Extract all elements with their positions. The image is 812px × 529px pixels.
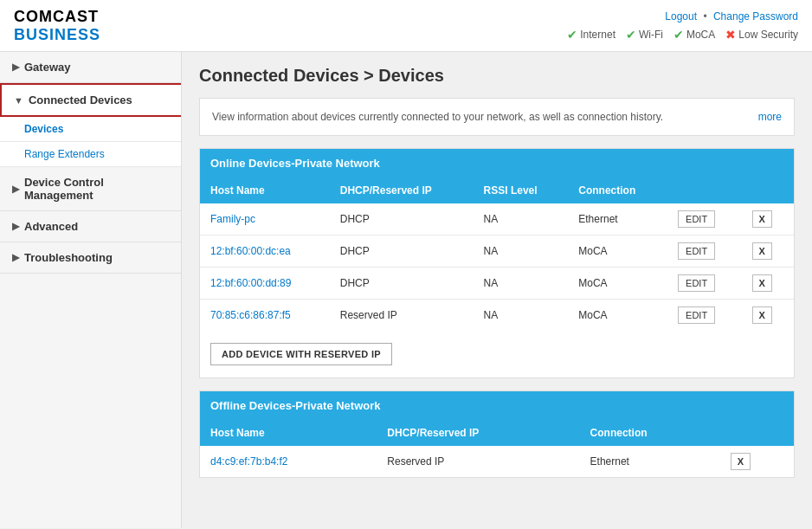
online-edit-cell-1: EDIT bbox=[667, 235, 742, 268]
logo-business: BUSINESS bbox=[14, 26, 100, 44]
online-remove-cell-1: X bbox=[742, 235, 794, 268]
sidebar-sub-item-range-extenders[interactable]: Range Extenders bbox=[0, 142, 181, 167]
sidebar-sub-item-devices[interactable]: Devices bbox=[0, 117, 181, 142]
header: COMCAST BUSINESS Logout • Change Passwor… bbox=[0, 0, 812, 52]
online-host-2: 12:bf:60:00:dd:89 bbox=[200, 268, 330, 300]
sidebar-label-gateway: Gateway bbox=[24, 61, 70, 74]
offline-host-link-0[interactable]: d4:c9:ef:7b:b4:f2 bbox=[210, 455, 287, 468]
internet-status-icon: ✔ bbox=[567, 28, 577, 42]
header-right: Logout • Change Password ✔Internet✔Wi-Fi… bbox=[567, 10, 798, 42]
online-row-0: Family-pc DHCP NA Ethernet EDIT X bbox=[200, 203, 794, 235]
offline-row-0: d4:c9:ef:7b:b4:f2 Reserved IP Ethernet X bbox=[200, 446, 794, 477]
online-col-1: DHCP/Reserved IP bbox=[330, 177, 474, 203]
online-host-1: 12:bf:60:00:dc:ea bbox=[200, 235, 330, 268]
online-ip-3: Reserved IP bbox=[330, 300, 474, 332]
offline-devices-container: Offline Devices-Private Network Host Nam… bbox=[199, 390, 795, 478]
sidebar-label-advanced: Advanced bbox=[24, 220, 78, 233]
online-edit-cell-3: EDIT bbox=[667, 300, 742, 332]
sidebar-item-gateway[interactable]: ▶Gateway bbox=[0, 52, 181, 83]
page-title: Connected Devices > Devices bbox=[199, 66, 795, 86]
online-remove-cell-3: X bbox=[742, 300, 794, 332]
wifi-status-label: Wi-Fi bbox=[639, 29, 663, 41]
remove-button-1[interactable]: X bbox=[752, 242, 772, 260]
offline-conn-0: Ethernet bbox=[580, 446, 720, 477]
main-content: Connected Devices > Devices View informa… bbox=[182, 52, 812, 528]
sidebar-arrow-gateway: ▶ bbox=[12, 61, 19, 73]
online-rssi-0: NA bbox=[474, 203, 569, 235]
online-col-2: RSSI Level bbox=[474, 177, 569, 203]
remove-button-3[interactable]: X bbox=[752, 306, 772, 324]
status-item-wifi: ✔Wi-Fi bbox=[626, 28, 663, 42]
offline-remove-cell-0: X bbox=[720, 446, 794, 477]
more-link[interactable]: more bbox=[758, 109, 782, 125]
sidebar-item-advanced[interactable]: ▶Advanced bbox=[0, 211, 181, 242]
online-row-1: 12:bf:60:00:dc:ea DHCP NA MoCA EDIT X bbox=[200, 235, 794, 268]
offline-remove-button-0[interactable]: X bbox=[731, 453, 751, 470]
info-text: View information about devices currently… bbox=[212, 111, 663, 123]
sidebar-arrow-advanced: ▶ bbox=[12, 221, 19, 232]
online-col-3: Connection bbox=[568, 177, 667, 203]
offline-ip-0: Reserved IP bbox=[377, 446, 579, 477]
sidebar-arrow-troubleshooting: ▶ bbox=[12, 252, 19, 263]
offline-host-0: d4:c9:ef:7b:b4:f2 bbox=[200, 446, 377, 477]
moca-status-label: MoCA bbox=[686, 29, 715, 41]
online-table-header: Online Devices-Private Network bbox=[200, 149, 794, 177]
online-ip-2: DHCP bbox=[330, 268, 474, 300]
online-row-3: 70:85:c6:86:87:f5 Reserved IP NA MoCA ED… bbox=[200, 300, 794, 332]
online-conn-1: MoCA bbox=[568, 235, 667, 268]
security-status-label: Low Security bbox=[738, 29, 798, 41]
online-conn-0: Ethernet bbox=[568, 203, 667, 235]
online-col-0: Host Name bbox=[200, 177, 330, 203]
offline-table-header: Offline Devices-Private Network bbox=[200, 391, 794, 420]
sidebar-label-troubleshooting: Troubleshooting bbox=[24, 251, 113, 264]
edit-button-2[interactable]: EDIT bbox=[678, 274, 715, 292]
sidebar-arrow-connected-devices: ▼ bbox=[14, 95, 23, 106]
moca-status-icon: ✔ bbox=[673, 28, 684, 42]
link-separator: • bbox=[703, 10, 706, 23]
logo-comcast: COMCAST bbox=[14, 8, 100, 26]
add-device-button[interactable]: ADD DEVICE WITH RESERVED IP bbox=[210, 343, 392, 365]
online-conn-2: MoCA bbox=[568, 268, 667, 300]
online-ip-1: DHCP bbox=[330, 235, 474, 268]
status-item-moca: ✔MoCA bbox=[673, 28, 715, 42]
online-host-link-0[interactable]: Family-pc bbox=[210, 213, 255, 225]
sidebar: ▶Gateway▼Connected DevicesDevicesRange E… bbox=[0, 52, 182, 528]
online-devices-table: Host NameDHCP/Reserved IPRSSI LevelConne… bbox=[200, 177, 794, 331]
logout-link[interactable]: Logout bbox=[665, 10, 697, 23]
online-row-2: 12:bf:60:00:dd:89 DHCP NA MoCA EDIT X bbox=[200, 268, 794, 300]
edit-button-1[interactable]: EDIT bbox=[678, 242, 715, 260]
online-host-link-3[interactable]: 70:85:c6:86:87:f5 bbox=[210, 309, 291, 321]
layout: ▶Gateway▼Connected DevicesDevicesRange E… bbox=[0, 52, 812, 528]
remove-button-0[interactable]: X bbox=[752, 210, 772, 228]
sidebar-item-troubleshooting[interactable]: ▶Troubleshooting bbox=[0, 242, 181, 274]
online-rssi-3: NA bbox=[474, 300, 569, 332]
edit-button-0[interactable]: EDIT bbox=[678, 210, 715, 228]
status-item-internet: ✔Internet bbox=[567, 28, 615, 42]
online-host-link-1[interactable]: 12:bf:60:00:dc:ea bbox=[210, 245, 291, 257]
sidebar-item-device-control[interactable]: ▶Device Control Management bbox=[0, 167, 181, 211]
sidebar-item-connected-devices[interactable]: ▼Connected Devices bbox=[0, 83, 181, 117]
online-edit-cell-2: EDIT bbox=[667, 268, 742, 300]
online-ip-0: DHCP bbox=[330, 203, 474, 235]
online-devices-container: Online Devices-Private Network Host Name… bbox=[199, 148, 795, 378]
info-box: View information about devices currently… bbox=[199, 98, 795, 136]
offline-col-1: DHCP/Reserved IP bbox=[377, 420, 579, 446]
remove-button-2[interactable]: X bbox=[752, 274, 772, 292]
header-links: Logout • Change Password bbox=[567, 10, 798, 23]
offline-col-2: Connection bbox=[580, 420, 720, 446]
change-password-link[interactable]: Change Password bbox=[713, 10, 798, 23]
offline-col-actions bbox=[720, 420, 794, 446]
logo: COMCAST BUSINESS bbox=[14, 8, 100, 44]
status-item-security: ✖Low Security bbox=[725, 28, 798, 42]
internet-status-label: Internet bbox=[580, 29, 615, 41]
online-host-link-2[interactable]: 12:bf:60:00:dd:89 bbox=[210, 277, 291, 289]
offline-col-0: Host Name bbox=[200, 420, 377, 446]
sidebar-label-device-control: Device Control Management bbox=[24, 176, 169, 202]
online-host-3: 70:85:c6:86:87:f5 bbox=[200, 300, 330, 332]
online-col-actions bbox=[667, 177, 794, 203]
edit-button-3[interactable]: EDIT bbox=[678, 306, 715, 324]
online-rssi-2: NA bbox=[474, 268, 569, 300]
online-remove-cell-2: X bbox=[742, 268, 794, 300]
online-edit-cell-0: EDIT bbox=[667, 203, 742, 235]
security-status-icon: ✖ bbox=[725, 28, 736, 42]
